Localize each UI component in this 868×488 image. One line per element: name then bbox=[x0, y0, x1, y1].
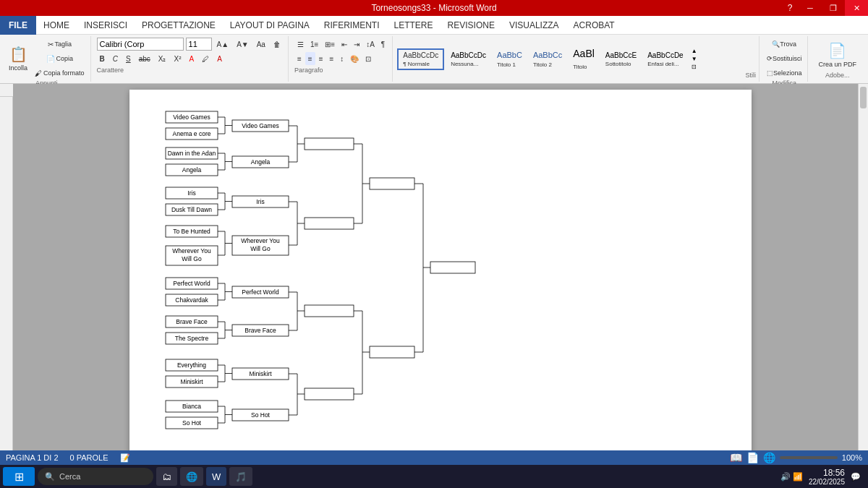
styles-expand[interactable]: ⊡ bbox=[692, 64, 697, 70]
styles-scroll-down[interactable]: ▼ bbox=[692, 56, 697, 62]
italic-button[interactable]: C bbox=[110, 52, 121, 65]
increase-indent-button[interactable]: ⇥ bbox=[351, 38, 362, 51]
view-read-button[interactable]: 📖 bbox=[730, 452, 742, 463]
font-name-selector[interactable]: Calibri (Corp bbox=[97, 38, 184, 51]
decrease-font-button[interactable]: A▼ bbox=[234, 38, 252, 51]
menu-riferimenti[interactable]: RIFERIMENTI bbox=[317, 16, 387, 35]
create-pdf-button[interactable]: 📄 Crea un PDF bbox=[815, 38, 859, 72]
sort-button[interactable]: ↕A bbox=[363, 38, 378, 51]
multilevel-list-button[interactable]: ⊞≡ bbox=[322, 38, 338, 51]
help-button[interactable]: ? bbox=[781, 0, 799, 16]
bracket-diagram: Video Games Anema e core Video Games Daw… bbox=[158, 104, 708, 450]
taskbar: ⊞ 🔍 Cerca 🗂 🌐 W 🎵 🔊 📶 18:56 22/02/2025 💬 bbox=[0, 465, 868, 488]
font-section: Calibri (Corp 11 A▲ A▼ Aa 🗑 B C S abc X₂… bbox=[93, 36, 289, 82]
menu-visualizza[interactable]: VISUALIZZA bbox=[502, 16, 566, 35]
style-title2[interactable]: AaBbCc Titolo 2 bbox=[529, 49, 566, 69]
format-painter-button[interactable]: 🖌 Copia formato bbox=[32, 67, 88, 80]
r1-14-label: Miniskirt bbox=[180, 378, 203, 385]
menu-acrobat[interactable]: ACROBAT bbox=[566, 16, 622, 35]
increase-font-button[interactable]: A▲ bbox=[214, 38, 232, 51]
align-right-button[interactable]: ≡ bbox=[316, 52, 326, 65]
style-emphasis[interactable]: AaBbCcDe Enfasi deli... bbox=[643, 50, 687, 69]
document-page: Video Games Anema e core Video Games Daw… bbox=[129, 90, 752, 450]
list-number-button[interactable]: 1≡ bbox=[307, 38, 321, 51]
file-menu[interactable]: FILE bbox=[0, 16, 36, 35]
r1-4-label: Angela bbox=[182, 166, 202, 174]
svg-rect-90 bbox=[430, 262, 475, 273]
border-button[interactable]: ⊡ bbox=[362, 52, 374, 65]
search-bar[interactable]: 🔍 Cerca bbox=[38, 468, 153, 485]
line-spacing-button[interactable]: ↕ bbox=[337, 52, 346, 65]
menu-lettere[interactable]: LETTERE bbox=[387, 16, 441, 35]
cut-button[interactable]: ✂ Taglia bbox=[32, 38, 88, 51]
svg-rect-85 bbox=[370, 346, 414, 358]
styles-scroll-up[interactable]: ▲ bbox=[692, 48, 697, 54]
scroll-thumb[interactable] bbox=[860, 87, 867, 108]
style-title[interactable]: AaBl Titolo bbox=[569, 46, 599, 72]
align-center-button[interactable]: ≡ bbox=[305, 52, 315, 65]
copy-button[interactable]: 📄 Copia bbox=[32, 52, 88, 65]
menu-inserisci[interactable]: INSERISCI bbox=[77, 16, 135, 35]
close-button[interactable]: ✕ bbox=[845, 0, 868, 16]
list-bullet-button[interactable]: ☰ bbox=[294, 38, 307, 51]
shading-button[interactable]: 🎨 bbox=[347, 52, 362, 65]
zoom-slider[interactable] bbox=[780, 456, 838, 459]
svg-rect-61 bbox=[305, 305, 354, 317]
start-button[interactable]: ⊞ bbox=[3, 467, 35, 486]
select-button[interactable]: ⬚ Seleziona bbox=[764, 67, 805, 80]
taskbar-word[interactable]: W bbox=[206, 467, 226, 486]
toolbar: 📋 Incolla ✂ Taglia 📄 Copia 🖌 Copia forma… bbox=[0, 35, 868, 84]
taskbar-file-explorer[interactable]: 🗂 bbox=[156, 467, 177, 486]
find-button[interactable]: 🔍 Trova bbox=[764, 38, 805, 51]
subscript-button[interactable]: X₂ bbox=[156, 52, 169, 65]
menu-revisione[interactable]: REVISIONE bbox=[441, 16, 502, 35]
style-normal[interactable]: AaBbCcDc ¶ Normale bbox=[397, 48, 444, 70]
r2-1-label: Video Games bbox=[242, 122, 278, 129]
justify-button[interactable]: ≡ bbox=[326, 52, 336, 65]
r1-12-label: The Spectre bbox=[175, 335, 209, 342]
underline-button[interactable]: S bbox=[123, 52, 134, 65]
bold-button[interactable]: B bbox=[97, 52, 108, 65]
superscript-button[interactable]: X² bbox=[171, 52, 184, 65]
style-no-spacing[interactable]: AaBbCcDc Nessuna... bbox=[446, 50, 490, 69]
paste-button[interactable]: 📋 Incolla bbox=[6, 40, 30, 77]
paragraph-label: Paragrafo bbox=[294, 67, 388, 75]
clear-format-button[interactable]: 🗑 bbox=[271, 38, 284, 51]
notification-button[interactable]: 💬 bbox=[851, 472, 861, 481]
r1-1-label: Video Games bbox=[173, 114, 210, 121]
minimize-button[interactable]: ─ bbox=[799, 0, 822, 16]
change-case-button[interactable]: Aa bbox=[254, 38, 268, 51]
align-left-button[interactable]: ≡ bbox=[294, 52, 305, 65]
r1-11-label: Brave Face bbox=[176, 318, 208, 325]
r2-7-label: Miniskirt bbox=[249, 370, 272, 377]
menu-layout[interactable]: LAYOUT DI PAGINA bbox=[223, 16, 317, 35]
decrease-indent-button[interactable]: ⇤ bbox=[339, 38, 350, 51]
word-count: 0 PAROLE bbox=[70, 453, 109, 462]
menu-home[interactable]: HOME bbox=[36, 16, 77, 35]
clock: 18:56 22/02/2025 bbox=[809, 468, 845, 486]
text-color-button[interactable]: A bbox=[214, 52, 225, 65]
highlight-button[interactable]: 🖊 bbox=[199, 52, 212, 65]
status-bar: PAGINA 1 DI 2 0 PAROLE 📝 📖 📄 🌐 100% bbox=[0, 450, 868, 465]
font-size-selector[interactable]: 11 bbox=[186, 38, 212, 51]
style-title1[interactable]: AaBbC Titolo 1 bbox=[493, 49, 527, 69]
style-subtitle[interactable]: AaBbCcE Sottotitolo bbox=[601, 50, 641, 69]
view-web-button[interactable]: 🌐 bbox=[763, 452, 775, 463]
paragraph-section: ☰ 1≡ ⊞≡ ⇤ ⇥ ↕A ¶ ≡ ≡ ≡ ≡ ↕ 🎨 ⊡ Paragrafo bbox=[290, 36, 393, 82]
scrollbar[interactable] bbox=[858, 84, 868, 450]
taskbar-spotify[interactable]: 🎵 bbox=[229, 467, 252, 486]
view-print-button[interactable]: 📄 bbox=[746, 452, 759, 463]
r1-13-label: Everything bbox=[177, 361, 206, 369]
styles-label: Stili bbox=[745, 72, 756, 80]
show-marks-button[interactable]: ¶ bbox=[378, 38, 388, 51]
replace-button[interactable]: ⟳ Sostituisci bbox=[764, 52, 805, 65]
svg-rect-37 bbox=[305, 218, 354, 229]
menu-progettazione[interactable]: PROGETTAZIONE bbox=[135, 16, 223, 35]
strikethrough-button[interactable]: abc bbox=[136, 52, 153, 65]
proofing-icon[interactable]: 📝 bbox=[120, 453, 130, 463]
r1-7-label: To Be Hunted bbox=[173, 228, 210, 235]
restore-button[interactable]: ❐ bbox=[822, 0, 845, 16]
taskbar-chrome[interactable]: 🌐 bbox=[180, 467, 203, 486]
r1-15-label: Bianca bbox=[182, 403, 201, 410]
font-color-button[interactable]: A bbox=[186, 52, 197, 65]
